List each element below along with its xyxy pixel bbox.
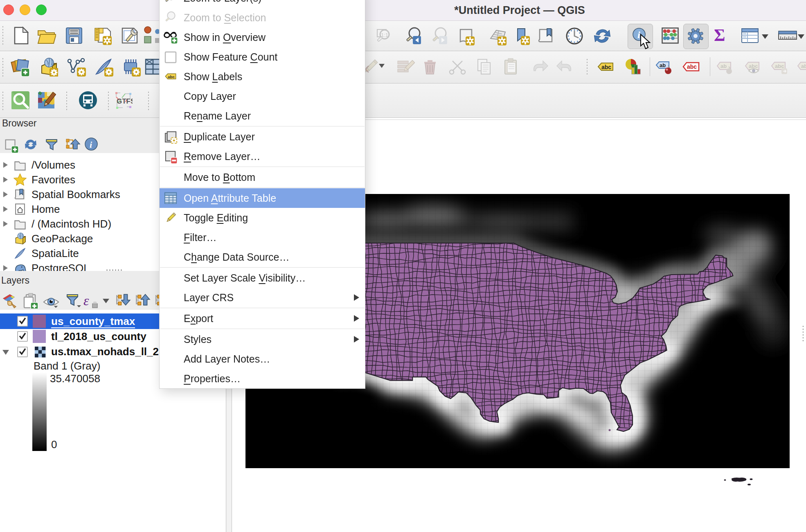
svg-text:ab: ab [660, 62, 666, 68]
svg-text:GTFS: GTFS [117, 97, 133, 105]
svg-text:abc: abc [775, 63, 784, 69]
svg-text:abc: abc [601, 64, 611, 70]
svg-text:ab: ab [720, 63, 727, 69]
svg-text:abc: abc [749, 63, 758, 69]
svg-text:abc: abc [168, 74, 175, 79]
svg-text:ab: ab [801, 63, 806, 69]
svg-text:abc: abc [687, 63, 697, 70]
svg-text:Σ: Σ [714, 26, 725, 45]
svg-text:i: i [90, 140, 92, 150]
svg-text:ε: ε [83, 293, 89, 308]
